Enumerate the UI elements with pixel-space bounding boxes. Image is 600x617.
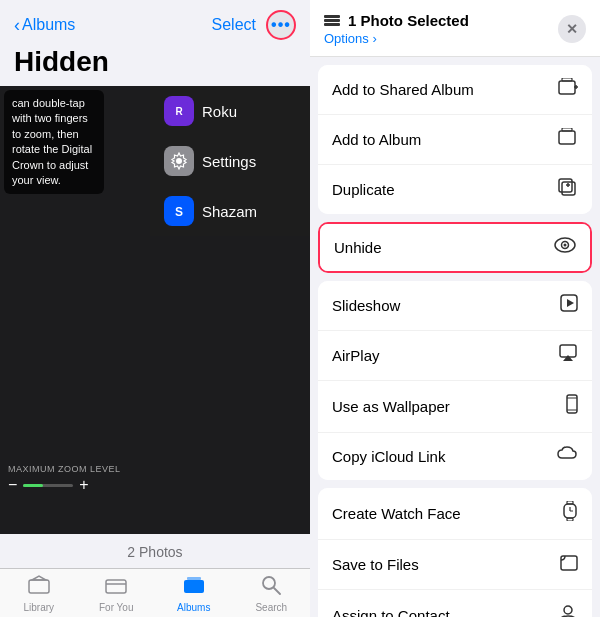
roku-icon: R [164,96,194,126]
slideshow-label: Slideshow [332,297,400,314]
app-item-shazam: S Shazam [150,186,310,236]
menu-section-unhide: Unhide [318,222,592,273]
add-to-album-icon [558,128,578,151]
back-chevron-icon: ‹ [14,15,20,36]
photos-count: 2 Photos [0,534,310,568]
svg-marker-6 [32,576,46,580]
menu-item-assign-contact[interactable]: Assign to Contact [318,590,592,617]
menu-item-unhide[interactable]: Unhide [320,224,590,271]
share-line-3 [324,23,340,26]
settings-icon [164,146,194,176]
share-count: 1 Photo Selected [348,12,469,29]
left-header: ‹ Albums Select ••• [0,0,310,44]
shazam-label: Shazam [202,203,257,220]
nav-item-for-you[interactable]: For You [78,575,156,613]
share-stacked-icon [324,15,340,26]
svg-rect-18 [562,128,572,131]
save-files-icon [560,553,578,576]
svg-rect-9 [184,580,204,593]
wallpaper-icon [566,394,578,419]
assign-contact-icon [558,603,578,617]
menu-item-wallpaper[interactable]: Use as Wallpaper [318,381,592,433]
shazam-icon: S [164,196,194,226]
assign-contact-label: Assign to Contact [332,607,450,617]
menu-item-watch-face[interactable]: Create Watch Face [318,488,592,540]
add-to-album-label: Add to Album [332,131,421,148]
duplicate-label: Duplicate [332,181,395,198]
svg-rect-10 [187,577,201,580]
app-item-roku: R Roku [150,86,310,136]
settings-label: Settings [202,153,256,170]
bottom-nav: Library For You Albums Search [0,568,310,617]
menu-item-duplicate[interactable]: Duplicate [318,165,592,214]
unhide-label: Unhide [334,239,382,256]
menu-item-add-to-album[interactable]: Add to Album [318,115,592,165]
menu-item-icloud-link[interactable]: Copy iCloud Link [318,433,592,480]
watch-face-label: Create Watch Face [332,505,461,522]
page-title: Hidden [0,44,310,86]
add-shared-album-label: Add to Shared Album [332,81,474,98]
more-button[interactable]: ••• [266,10,296,40]
icloud-link-icon [556,446,578,467]
share-header-info: 1 Photo Selected Options › [324,12,469,46]
nav-item-search[interactable]: Search [233,575,311,613]
svg-point-25 [564,244,567,247]
library-label: Library [23,602,54,613]
svg-marker-29 [563,355,573,361]
share-line-2 [324,19,340,22]
left-panel: ‹ Albums Select ••• Hidden can double-ta… [0,0,310,617]
duplicate-icon [558,178,578,201]
menu-item-add-shared-album[interactable]: Add to Shared Album [318,65,592,115]
close-button[interactable]: ✕ [558,15,586,43]
menu-section-1: Add to Shared Album Add to Album Duplica… [318,65,592,214]
select-button[interactable]: Select [212,16,256,34]
icloud-link-label: Copy iCloud Link [332,448,445,465]
svg-rect-38 [561,556,577,570]
nav-item-library[interactable]: Library [0,575,78,613]
svg-rect-13 [559,81,575,94]
options-row: Options › [324,31,469,46]
back-button[interactable]: ‹ Albums [14,15,75,36]
menu-item-save-files[interactable]: Save to Files [318,540,592,590]
more-icon: ••• [271,16,291,34]
svg-rect-14 [562,78,572,81]
options-link[interactable]: Options › [324,31,377,46]
zoom-bar [23,484,73,487]
svg-point-11 [263,577,275,589]
svg-rect-34 [567,501,573,504]
share-title-row: 1 Photo Selected [324,12,469,29]
app-list: R Roku Settings S Shazam [150,86,310,236]
back-label: Albums [22,16,75,34]
albums-label: Albums [177,602,210,613]
menu-item-airplay[interactable]: AirPlay [318,331,592,381]
svg-rect-17 [559,131,575,144]
nav-item-albums[interactable]: Albums [155,575,233,613]
photo-grid: can double-tap with two fingers to zoom,… [0,86,310,534]
save-files-label: Save to Files [332,556,419,573]
share-header: 1 Photo Selected Options › ✕ [310,0,600,57]
svg-point-39 [564,606,572,614]
right-panel: 1 Photo Selected Options › ✕ Add to Shar… [310,0,600,617]
for-you-label: For You [99,602,133,613]
search-icon [261,575,281,600]
svg-text:R: R [175,106,183,117]
menu-item-slideshow[interactable]: Slideshow [318,281,592,331]
app-item-settings: Settings [150,136,310,186]
share-line-1 [324,15,340,18]
airplay-icon [558,344,578,367]
tip-box: can double-tap with two fingers to zoom,… [4,90,104,194]
svg-rect-7 [106,580,126,593]
watch-face-icon [562,501,578,526]
wallpaper-label: Use as Wallpaper [332,398,450,415]
zoom-minus-icon[interactable]: − [8,476,17,494]
slideshow-icon [560,294,578,317]
search-label: Search [255,602,287,613]
zoom-fill [23,484,43,487]
zoom-plus-icon[interactable]: + [79,476,88,494]
max-zoom-label: MAXIMUM ZOOM LEVEL [8,464,121,474]
header-actions: Select ••• [212,10,296,40]
unhide-icon [554,237,576,258]
svg-rect-20 [559,179,572,192]
library-icon [28,575,50,600]
roku-label: Roku [202,103,237,120]
